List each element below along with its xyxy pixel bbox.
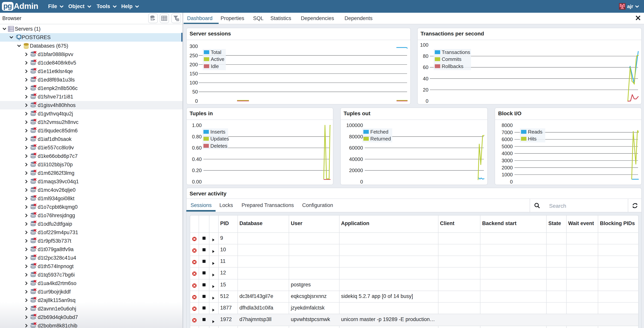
svg-text:0.20: 0.20 (192, 168, 202, 173)
svg-text:Reads: Reads (528, 129, 542, 135)
svg-text:0.00: 0.00 (192, 179, 202, 185)
svg-text:0: 0 (195, 98, 198, 104)
svg-text:6000: 6000 (502, 136, 512, 142)
svg-text:Hits: Hits (528, 136, 536, 142)
svg-text:Rollbacks: Rollbacks (442, 63, 463, 69)
svg-text:1.00: 1.00 (192, 122, 202, 128)
svg-text:5000: 5000 (502, 143, 512, 149)
svg-text:Deletes: Deletes (210, 143, 227, 149)
svg-text:300: 300 (190, 43, 198, 49)
svg-text:Idle: Idle (210, 63, 219, 69)
svg-text:0.80: 0.80 (192, 134, 202, 139)
svg-text:Total: Total (210, 49, 221, 55)
svg-text:80: 80 (423, 53, 428, 59)
svg-text:Updates: Updates (210, 136, 229, 142)
svg-text:150: 150 (190, 71, 198, 77)
svg-text:200: 200 (190, 62, 198, 67)
svg-text:40000: 40000 (349, 156, 363, 162)
svg-text:100000: 100000 (346, 122, 363, 128)
svg-text:0.60: 0.60 (192, 145, 202, 151)
svg-text:Commits: Commits (442, 56, 461, 62)
svg-text:2000: 2000 (502, 165, 512, 171)
svg-text:8000: 8000 (502, 122, 512, 128)
svg-text:7000: 7000 (502, 129, 512, 135)
svg-text:3000: 3000 (502, 158, 512, 163)
svg-text:100: 100 (190, 80, 198, 86)
svg-text:0: 0 (360, 179, 363, 185)
svg-text:0.40: 0.40 (192, 156, 202, 162)
svg-text:0: 0 (426, 98, 428, 104)
svg-text:4000: 4000 (502, 150, 512, 156)
svg-text:Transactions: Transactions (442, 49, 470, 55)
svg-text:1000: 1000 (502, 172, 512, 178)
svg-text:Returned: Returned (370, 136, 391, 142)
svg-text:0: 0 (510, 179, 512, 185)
svg-text:20000: 20000 (349, 168, 363, 173)
svg-text:50: 50 (192, 89, 198, 95)
svg-text:80000: 80000 (349, 134, 363, 139)
svg-text:60: 60 (423, 64, 428, 70)
svg-text:Fetched: Fetched (370, 129, 388, 135)
svg-text:250: 250 (190, 53, 198, 58)
svg-text:60000: 60000 (349, 145, 363, 151)
svg-text:Active: Active (210, 56, 224, 62)
svg-text:20: 20 (423, 87, 428, 93)
svg-text:Inserts: Inserts (210, 129, 225, 135)
svg-text:100: 100 (420, 42, 428, 48)
svg-text:40: 40 (423, 76, 428, 82)
